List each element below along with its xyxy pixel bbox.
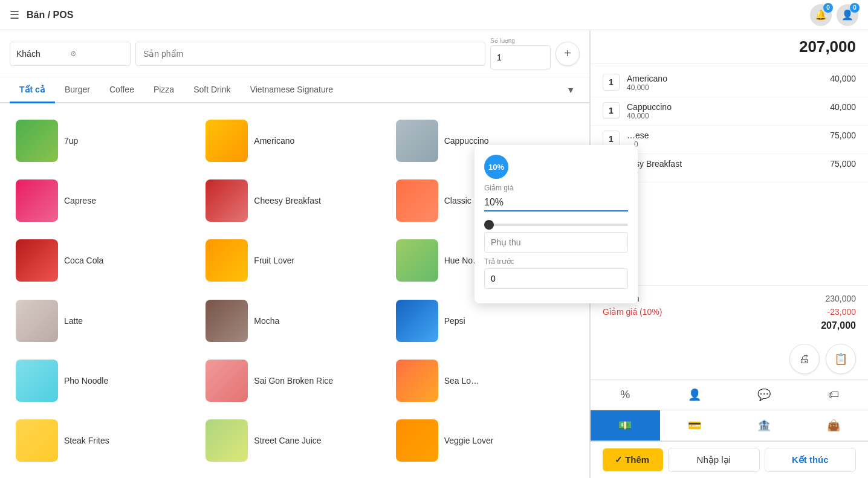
menu-icon[interactable]: ☰ [10,8,19,22]
customer-label: Khách [16,49,70,59]
ketthuc-button[interactable]: Kết thúc [765,448,857,472]
print-button[interactable]: 🖨 [789,344,820,374]
payment-icons-row: 💵 💳 🏦 👜 [591,410,868,441]
more-categories-icon[interactable]: ▼ [562,80,580,100]
main-layout: Khách ⚙ Số lượng + Tất cả Burger Coffee … [0,30,868,478]
product-item-cocacola[interactable]: Coca Cola [10,231,199,291]
cash-payment-btn[interactable]: 💵 [591,410,660,441]
action-icons-row: % 👤 💬 🏷 [591,379,868,410]
order-item-name-cheesy: …sy Breakfast [627,159,812,169]
product-item-steakfrites[interactable]: Steak Frites [10,411,199,471]
discount-value-input[interactable] [484,195,628,212]
product-thumb-latte [16,300,58,342]
comment-action-btn[interactable]: 💬 [730,379,799,410]
product-item-phonoodle[interactable]: Pho Noodle [10,350,199,410]
bill-button[interactable]: 📋 [826,344,856,374]
top-bar: Khách ⚙ Số lượng + [0,30,589,77]
product-thumb-cheesy [206,179,248,222]
discount-popup: 10% Giảm giá Trả trước [474,145,638,303]
product-item-mocha[interactable]: Mocha [199,291,389,350]
product-name-steakfrites: Steak Frites [64,436,109,445]
discount-row: Giảm giá (10%) -23,000 [603,305,856,318]
product-item-caprese[interactable]: Caprese [10,170,199,230]
card-payment-btn[interactable]: 💳 [660,410,730,441]
header: ☰ Bán / POS 🔔 0 👤 0 [0,0,868,30]
discount-label: Giảm giá (10%) [603,307,662,317]
category-tabs: Tất cả Burger Coffee Pizza Soft Drink Vi… [0,77,589,103]
product-item-latte[interactable]: Latte [10,291,199,350]
bell-icon-btn[interactable]: 🔔 0 [810,4,832,26]
order-item-qty-cappuccino[interactable]: 1 [603,102,620,119]
tab-softdrink[interactable]: Soft Drink [184,77,240,103]
tab-coffee[interactable]: Coffee [100,77,144,103]
bank-payment-btn[interactable]: 🏦 [730,410,799,441]
order-item-qty-americano[interactable]: 1 [603,74,620,91]
tab-vietnamese[interactable]: Vietnamese Signature [241,77,343,103]
qty-input[interactable] [490,45,551,69]
tab-all[interactable]: Tất cả [10,77,55,103]
product-search-input[interactable] [135,42,485,66]
person-action-btn[interactable]: 👤 [660,379,730,410]
product-thumb-veggielover [396,419,438,462]
customer-select[interactable]: Khách ⚙ [10,42,131,66]
product-name-streetcane: Street Cane Juice [254,436,321,445]
discount-value: -23,000 [828,307,856,317]
header-icons: 🔔 0 👤 0 [810,4,858,26]
discount-pin-badge: 10% [484,155,508,179]
order-item-total-americano: 40,000 [820,74,856,83]
percent-action-btn[interactable]: % [591,379,660,410]
prepaid-input[interactable] [484,268,628,289]
discount-slider[interactable] [484,224,628,226]
order-item-total-cheesy: 75,000 [820,159,856,169]
product-thumb-fruitlover [206,239,248,282]
product-item-sealover[interactable]: Sea Lo… [390,350,580,410]
discount-input-wrap: Giảm giá [484,184,628,212]
product-name-phonoodle: Pho Noodle [64,376,108,386]
product-item-cheesy[interactable]: Cheesy Breakfast [199,170,389,230]
surcharge-input[interactable] [484,232,628,253]
order-item-price-cheesy: …0 [627,169,812,177]
product-thumb-hueno [396,239,438,282]
notification-badge-1: 0 [823,3,833,13]
product-item-fruitlover[interactable]: Fruit Lover [199,231,389,291]
product-name-7up: 7up [64,136,78,146]
product-name-veggielover: Veggie Lover [444,436,494,445]
product-item-7up[interactable]: 7up [10,111,199,170]
product-name-americano: Americano [254,136,294,146]
product-item-americano[interactable]: Americano [199,111,389,170]
prepaid-label: Trả trước [484,257,628,266]
tag-action-btn[interactable]: 🏷 [798,379,868,410]
order-item-total-cheese: 75,000 [820,131,856,140]
order-item-info-cheesy: …sy Breakfast …0 [627,159,812,177]
them-button[interactable]: ✓ Thêm [603,448,663,471]
nhaplai-button[interactable]: Nhập lại [668,448,760,472]
order-item-name-cappuccino: Cappuccino [627,102,812,112]
product-thumb-streetcane [206,419,248,462]
subtotal-value: 230,000 [825,294,856,303]
order-item-price-americano: 40,000 [627,83,812,92]
product-name-sealover: Sea Lo… [444,376,479,386]
product-thumb-cocacola [16,239,58,282]
order-item-info-americano: Americano 40,000 [627,74,812,92]
order-item-cappuccino: 1 Cappuccino 40,000 40,000 [591,97,868,126]
order-item-name-americano: Americano [627,74,812,83]
final-total-row: 207,000 [603,318,856,333]
add-button[interactable]: + [555,42,580,66]
product-name-caprese: Caprese [64,196,96,205]
user-icon-btn[interactable]: 👤 0 [837,4,858,26]
product-thumb-phonoodle [16,360,58,402]
product-thumb-steakfrites [16,419,58,462]
tab-burger[interactable]: Burger [55,77,100,103]
product-name-cocacola: Coca Cola [64,256,103,265]
product-name-latte: Latte [64,316,83,326]
product-item-saigon[interactable]: Sai Gon Broken Rice [199,350,389,410]
product-name-classic: Classic [444,196,471,205]
product-item-streetcane[interactable]: Street Cane Juice [199,411,389,471]
product-name-mocha: Mocha [254,316,279,326]
print-bill-row: 🖨 📋 [591,339,868,379]
tab-pizza[interactable]: Pizza [144,77,184,103]
wallet-payment-btn[interactable]: 👜 [798,410,868,441]
order-item-americano: 1 Americano 40,000 40,000 [591,69,868,97]
product-name-cappuccino: Cappuccino [444,136,489,146]
product-item-veggielover[interactable]: Veggie Lover [390,411,580,471]
